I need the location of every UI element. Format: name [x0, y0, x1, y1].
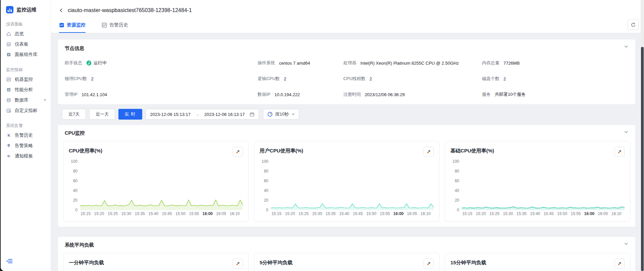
main-area: ciauto-master-waspbasictest765038-12398-… [51, 0, 644, 271]
range-1d-button[interactable]: 近一天 [89, 109, 115, 120]
y-tick-label: 60 [73, 179, 77, 183]
sidebar-collapse-button[interactable] [6, 259, 13, 265]
tab-label: 告警历史 [109, 22, 128, 28]
x-tick-label: 16:10 [611, 211, 622, 216]
expand-icon [426, 149, 431, 154]
range-7d-button[interactable]: 近7天 [62, 109, 86, 120]
expand-chart-button[interactable] [424, 147, 434, 157]
sidebar-section-dashboards: 仪表面板 总览 仪表板 面板组件库 [1, 21, 51, 60]
refresh-button[interactable] [628, 19, 639, 30]
content-area: 节点信息 助手状态 运行中 操作系统centos 7 amd64 处理器Inte… [51, 33, 644, 271]
expand-chart-button[interactable] [233, 147, 243, 157]
chevron-down-icon[interactable] [624, 130, 629, 134]
date-range-picker[interactable]: 2023-12-06 15:13:17 → 2023-12-06 16:13:1… [146, 109, 259, 120]
x-tick-label: 16:10 [230, 211, 240, 216]
app-logo: 监控运维 [1, 5, 51, 14]
sidebar-item-dashboard[interactable]: 仪表板 [1, 39, 51, 49]
node-info-title: 节点信息 [65, 45, 629, 52]
dashboard-icon [6, 42, 11, 47]
load-section-title: 系统平均负载 [58, 242, 635, 248]
refresh-icon [631, 22, 636, 27]
x-tick-label: 16:05 [216, 211, 226, 216]
cpu-section-title: CPU监控 [58, 130, 635, 136]
date-start-value[interactable]: 2023-12-06 15:13:17 [150, 112, 191, 117]
node-info-panel: 节点信息 助手状态 运行中 操作系统centos 7 amd64 处理器Inte… [58, 39, 636, 105]
range-realtime-button[interactable]: 实时 [118, 109, 142, 120]
machine-monitor-icon [6, 77, 11, 82]
tab-resource-monitor[interactable]: 资源监控 [59, 22, 86, 33]
sidebar-item-alert-history[interactable]: 告警历史 [1, 130, 51, 140]
date-end-value[interactable]: 2023-12-06 16:13:17 [204, 112, 245, 117]
x-tick-label: 15:45 [162, 211, 172, 216]
chevron-down-icon[interactable] [624, 242, 629, 246]
bar-chart-logo-icon [6, 6, 13, 13]
sidebar-item-performance-analysis[interactable]: 性能分析 [1, 84, 51, 95]
x-tick-label: 16:00 [203, 211, 213, 216]
x-tick-label: 15:55 [189, 211, 199, 216]
tab-label: 资源监控 [67, 22, 86, 28]
x-tick-label: 15:30 [121, 211, 131, 216]
chevron-left-icon [59, 8, 63, 13]
sidebar-item-widget-library[interactable]: 面板组件库 [1, 49, 51, 60]
chart-title: 一分钟平均负载 [69, 259, 104, 266]
sidebar-item-custom-metric[interactable]: 自定义指标 [1, 105, 51, 116]
chevron-down-icon[interactable] [43, 98, 47, 101]
tab-alert-history[interactable]: 告警历史 [102, 22, 128, 33]
chart-card-cpu-usage: CPU使用率(%) 10080604020015:1515:2015:2515:… [63, 141, 249, 221]
sidebar-item-notification-template[interactable]: 通知模板 [1, 151, 51, 161]
clock-icon [267, 112, 273, 117]
expand-chart-button[interactable] [424, 259, 434, 269]
sidebar-item-overview[interactable]: 总览 [1, 28, 51, 39]
sidebar-item-database[interactable]: 数据库 [1, 95, 51, 105]
x-tick-label: 15:35 [135, 211, 145, 216]
expand-icon [426, 261, 431, 266]
chevron-down-icon[interactable] [624, 45, 629, 48]
field-physical-cpu: 物理CPU数2 [65, 76, 258, 82]
field-disk-count: 磁盘个数2 [482, 76, 629, 82]
sidebar-item-label: 性能分析 [15, 87, 33, 93]
field-cpu-model: 处理器Intel(R) Xeon(R) Platinum 8255C CPU @… [343, 60, 482, 66]
vertical-scrollbar[interactable] [641, 0, 644, 271]
sidebar-item-label: 告警历史 [15, 132, 33, 138]
chart-card-base-cpu-usage: 基础CPU使用率(%) 10080604020015:1515:2015:251… [445, 141, 630, 221]
back-button[interactable] [59, 8, 63, 13]
y-tick-label: 40 [73, 188, 77, 193]
sidebar-item-alert-policy[interactable]: 告警策略 [1, 140, 51, 151]
expand-chart-button[interactable] [614, 147, 625, 157]
cpu-chart-cards: CPU使用率(%) 10080604020015:1515:2015:2515:… [63, 141, 630, 221]
page-header: ciauto-master-waspbasictest765038-12398-… [51, 0, 644, 33]
scrollbar-thumb[interactable] [641, 47, 644, 271]
sidebar: 监控运维 仪表面板 总览 仪表板 面板组件库 监控指标 机器监控 [1, 0, 51, 271]
x-tick-label: 16:05 [598, 211, 608, 216]
sidebar-item-label: 总览 [15, 31, 24, 37]
interval-select[interactable]: 按10秒 [263, 109, 299, 120]
expand-icon [235, 261, 240, 266]
services-link[interactable]: 共部署10个服务 [495, 91, 526, 97]
interval-value: 按10秒 [275, 111, 289, 117]
x-axis: 15:1515:2015:2515:3015:3515:4015:4515:50… [271, 210, 434, 217]
x-tick-label: 15:25 [299, 211, 309, 216]
expand-icon [235, 149, 240, 154]
node-info-grid: 助手状态 运行中 操作系统centos 7 amd64 处理器Intel(R) … [65, 60, 629, 97]
expand-icon [617, 149, 622, 154]
chart-title: 15分钟平均负载 [450, 259, 486, 266]
plot-area: 15:1515:2015:2515:3015:3515:4015:4515:50… [271, 161, 434, 218]
chart-title: 用户CPU使用率(%) [260, 147, 303, 154]
calendar-icon [250, 112, 255, 117]
x-tick-label: 15:45 [544, 211, 554, 216]
x-tick-label: 15:25 [108, 211, 118, 216]
expand-chart-button[interactable] [614, 259, 625, 269]
system-load-section: 系统平均负载 一分钟平均负载 100 5分钟平 [58, 236, 636, 271]
y-tick-label: 20 [455, 198, 459, 203]
time-toolbar: 近7天 近一天 实时 2023-12-06 15:13:17 → 2023-12… [62, 109, 636, 120]
load-chart-cards: 一分钟平均负载 100 5分钟平均负载 [63, 253, 630, 271]
expand-chart-button[interactable] [233, 259, 243, 269]
x-tick-label: 15:15 [271, 211, 281, 216]
sidebar-item-machine-monitor[interactable]: 机器监控 [1, 74, 51, 84]
x-tick-label: 15:40 [339, 211, 349, 216]
cpu-monitor-section: CPU监控 CPU使用率(%) 10080604020015:1515:2015… [58, 125, 636, 227]
x-tick-label: 15:50 [557, 211, 567, 216]
x-tick-label: 15:15 [462, 211, 472, 216]
y-tick-label: 100 [262, 159, 268, 164]
performance-icon [6, 87, 11, 92]
